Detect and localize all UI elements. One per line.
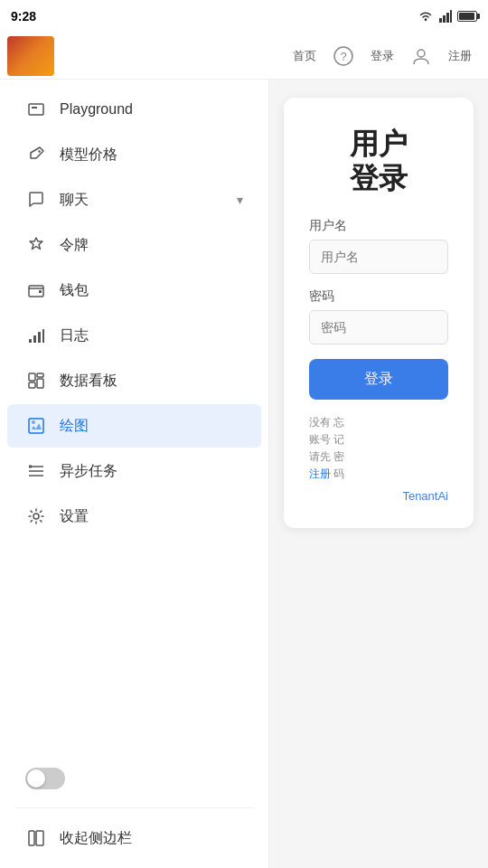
- register-link[interactable]: 注册: [309, 467, 331, 480]
- login-card: 用户登录 用户名 密码 登录 没有 忘账号 记请先 密 注册 码 TenantA…: [284, 98, 474, 528]
- svg-text:?: ?: [340, 49, 346, 62]
- nav-register-icon[interactable]: [407, 42, 436, 71]
- login-footer: 没有 忘账号 记请先 密 注册 码: [309, 414, 448, 484]
- svg-rect-14: [33, 335, 36, 343]
- right-panel: 用户登录 用户名 密码 登录 没有 忘账号 记请先 密 注册 码 TenantA…: [269, 80, 488, 868]
- svg-rect-13: [29, 339, 32, 343]
- sidebar-toggle[interactable]: [7, 757, 261, 800]
- help-icon: ?: [333, 46, 353, 66]
- svg-rect-21: [29, 419, 43, 433]
- chat-icon: [25, 189, 47, 211]
- svg-rect-16: [42, 329, 44, 343]
- svg-rect-1: [439, 18, 442, 23]
- token-icon: [25, 234, 47, 256]
- sidebar-label-log: 日志: [60, 326, 243, 345]
- svg-point-7: [418, 50, 425, 57]
- username-input[interactable]: [309, 240, 448, 274]
- wifi-icon: [418, 10, 434, 23]
- svg-rect-4: [450, 10, 452, 23]
- status-icons: [418, 10, 477, 23]
- toggle-knob: [27, 769, 45, 788]
- sidebar-label-dashboard: 数据看板: [60, 372, 243, 391]
- drawing-icon: [25, 415, 47, 437]
- sidebar-item-dashboard[interactable]: 数据看板: [7, 359, 261, 402]
- sidebar-item-log[interactable]: 日志: [7, 314, 261, 357]
- sidebar-item-async-task[interactable]: 异步任务: [7, 449, 261, 493]
- settings-icon: [25, 505, 47, 527]
- svg-point-22: [32, 420, 35, 424]
- sidebar-item-chat[interactable]: 聊天 ▾: [7, 178, 261, 222]
- password-input[interactable]: [309, 310, 448, 344]
- signal-icon: [439, 10, 452, 23]
- toggle-switch[interactable]: [25, 768, 65, 789]
- sidebar-item-wallet[interactable]: 钱包: [7, 269, 261, 312]
- app-logo[interactable]: [7, 36, 54, 76]
- svg-rect-2: [443, 15, 446, 23]
- svg-rect-29: [36, 831, 43, 845]
- sidebar-label-wallet: 钱包: [60, 281, 243, 300]
- main-layout: Playground 模型价格 聊天 ▾ 令牌 钱包: [0, 80, 488, 868]
- dashboard-icon: [25, 370, 47, 392]
- collapse-icon: [25, 827, 47, 849]
- footer-text-2: 码: [333, 467, 344, 480]
- sidebar-label-settings: 设置: [60, 507, 243, 526]
- svg-rect-17: [29, 373, 35, 381]
- sidebar-label-playground: Playground: [60, 101, 243, 118]
- svg-rect-19: [29, 382, 35, 388]
- model-price-icon: [25, 144, 47, 165]
- sidebar-divider: [14, 807, 254, 808]
- svg-point-0: [425, 19, 427, 21]
- svg-rect-12: [39, 290, 42, 293]
- svg-rect-20: [37, 379, 43, 388]
- login-title: 用户登录: [309, 127, 448, 196]
- footer-text-1: 没有 忘账号 记请先 密: [309, 416, 344, 463]
- sidebar-item-drawing[interactable]: 绘图: [7, 404, 261, 448]
- svg-rect-28: [29, 831, 34, 845]
- collapse-sidebar-button[interactable]: 收起侧边栏: [7, 816, 261, 860]
- playground-icon: [25, 99, 47, 120]
- sidebar-label-token: 令牌: [60, 236, 243, 255]
- top-nav: 首页 ? 登录 注册: [0, 33, 488, 80]
- sidebar-item-token[interactable]: 令牌: [7, 223, 261, 267]
- svg-rect-26: [29, 466, 32, 468]
- svg-rect-18: [37, 373, 43, 377]
- status-bar: 9:28: [0, 0, 488, 33]
- username-label: 用户名: [309, 218, 448, 234]
- svg-rect-15: [38, 332, 41, 343]
- nav-home[interactable]: 首页: [284, 42, 325, 70]
- tenant-brand: TenantAi: [309, 489, 448, 503]
- log-icon: [25, 325, 47, 346]
- sidebar-item-settings[interactable]: 设置: [7, 495, 261, 538]
- user-icon: [411, 46, 431, 66]
- sidebar-label-chat: 聊天: [60, 191, 224, 210]
- wallet-icon: [25, 279, 47, 301]
- svg-point-10: [38, 150, 40, 152]
- svg-rect-3: [446, 13, 449, 23]
- nav-help[interactable]: ?: [329, 42, 358, 71]
- chat-arrow-icon: ▾: [237, 193, 243, 207]
- sidebar-label-collapse: 收起侧边栏: [60, 829, 243, 848]
- status-time: 9:28: [11, 9, 36, 24]
- nav-links: 首页 ? 登录 注册: [54, 42, 481, 71]
- sidebar-item-model-price[interactable]: 模型价格: [7, 133, 261, 176]
- sidebar-label-drawing: 绘图: [60, 417, 243, 436]
- svg-point-27: [33, 514, 39, 519]
- login-button[interactable]: 登录: [309, 359, 448, 400]
- sidebar-label-async-task: 异步任务: [60, 462, 243, 481]
- svg-rect-8: [29, 104, 43, 115]
- password-label: 密码: [309, 288, 448, 305]
- battery-icon: [457, 11, 477, 22]
- sidebar-item-playground[interactable]: Playground: [7, 88, 261, 131]
- sidebar-label-model-price: 模型价格: [60, 146, 243, 165]
- sidebar: Playground 模型价格 聊天 ▾ 令牌 钱包: [0, 80, 269, 868]
- nav-login[interactable]: 登录: [361, 42, 403, 70]
- async-task-icon: [25, 460, 47, 482]
- nav-register[interactable]: 注册: [439, 42, 481, 70]
- svg-rect-9: [32, 107, 37, 108]
